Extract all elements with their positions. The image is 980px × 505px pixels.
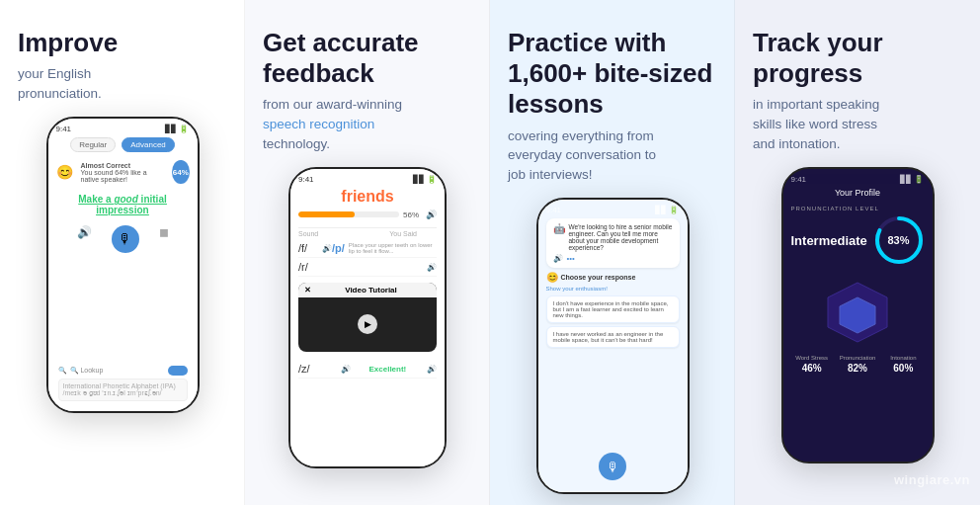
toggle-advanced[interactable]: Advanced: [122, 137, 175, 152]
panel-track: Track yourprogress in important speaking…: [735, 0, 980, 505]
progress-bar-bg: [298, 211, 399, 217]
phone1-time: 9:41: [56, 125, 72, 133]
toggle-regular[interactable]: Regular: [70, 137, 116, 152]
stat-pronunciation: Pronunciation 82%: [837, 355, 878, 374]
panel4-subtitle: in important speaking skills like word s…: [753, 95, 962, 153]
speaker-small: 🔊: [322, 244, 332, 253]
lookup-icon: 🔍: [58, 367, 67, 375]
panel-practice: Practice with1,600+ bite-sizedlessons co…: [490, 0, 735, 505]
close-icon[interactable]: ✕: [304, 286, 311, 295]
phoneme-row-1: /f/ 🔊 /p/ Place your upper teeth on lowe…: [298, 239, 437, 258]
phone2-time: 9:41: [298, 175, 314, 184]
chat-dots: •••: [567, 254, 575, 263]
panel2-title: Get accurate feedback: [263, 28, 472, 89]
response-option2[interactable]: I have never worked as an engineer in th…: [546, 326, 680, 348]
level-label: PRONUNCIATION LEVEL: [791, 206, 925, 211]
panel-improve: Improve your English pronunciation. 9:41…: [0, 0, 245, 505]
score-text: Almost Correct: [81, 162, 165, 169]
panel3-subtitle: covering everything from everyday conver…: [508, 126, 717, 185]
col-sound: Sound: [298, 230, 318, 237]
icon-right: ◼: [159, 225, 169, 253]
hexagon-chart: [818, 278, 897, 347]
panel3-title: Practice with1,600+ bite-sizedlessons: [508, 28, 717, 121]
response-option1[interactable]: I don't have experience in the mobile sp…: [546, 295, 680, 323]
phoneme-row-2: /r/ 🔊: [298, 258, 437, 277]
speaker-small-4: 🔊: [427, 365, 437, 374]
speaker-small-2: 🔊: [427, 263, 437, 272]
panel2-subtitle: from our award-winning speech recognitio…: [263, 95, 472, 153]
phone1-mock: 9:41 ▊▊ 🔋 Regular Advanced 😊 Almost Corr…: [46, 117, 200, 413]
impression-text: Make a good initialimpression: [78, 194, 166, 215]
stat-intonation: Intonation 60%: [882, 355, 924, 374]
mic-button[interactable]: 🎙: [112, 225, 139, 253]
play-button[interactable]: ▶: [358, 314, 377, 334]
panel-feedback: Get accurate feedback from our award-win…: [245, 0, 490, 505]
stat-word-stress: Word Stress 46%: [791, 355, 833, 374]
phone4-time: 9:41: [791, 175, 807, 184]
icon-left: 🔊: [77, 225, 92, 253]
phone3-mock: 9:41 ▊▊ 🔋 🤖 We're looking to hire a seni…: [536, 198, 690, 494]
panel1-subtitle-line1: your English: [18, 66, 91, 81]
phone2-mock: 9:41 ▊▊ 🔋 friends 56% 🔊 Sound You Said: [288, 167, 447, 468]
phone1-icons: ▊▊ 🔋: [165, 125, 189, 133]
profile-title: Your Profile: [791, 188, 925, 198]
panel4-title: Track yourprogress: [753, 28, 962, 89]
level-text: Intermediate: [791, 233, 867, 248]
chat-audio-icon: 🔊: [553, 254, 563, 263]
ipa-label: International Phonetic Alphabet (IPA): [63, 382, 183, 389]
response-sub: Show your enthusiasm!: [546, 286, 680, 292]
score-emoji: 😊: [56, 164, 73, 180]
col-you-said: You Said: [389, 230, 417, 237]
circle-pct: 83%: [887, 234, 909, 246]
toggle-icon: [168, 366, 188, 376]
progress-label: 56%: [403, 210, 419, 219]
circle-progress: 83%: [873, 214, 925, 266]
phoneme-table: Sound You Said /f/ 🔊 /p/ Place your uppe…: [298, 227, 437, 277]
ipa-value: /meɪk ə ɡʊd ˈɪn.ɪ.ʃəl ɪmˈprɛʃ.ən/: [63, 389, 183, 397]
phone4-mock: 9:41 ▊▊ 🔋 Your Profile PRONUNCIATION LEV…: [781, 167, 935, 463]
mic-btn-p3[interactable]: 🎙: [599, 453, 626, 480]
friends-word: friends: [298, 188, 437, 206]
panel1-title: Improve: [18, 28, 227, 58]
phone4-icons: ▊▊ 🔋: [900, 175, 924, 184]
video-title: Video Tutorial: [345, 286, 397, 295]
watermark: wingiare.vn: [894, 472, 970, 487]
panel1-subtitle: your English pronunciation.: [18, 64, 227, 103]
score-desc: You sound 64% like a native speaker!: [81, 169, 165, 183]
chat-bubble: 🤖 We're looking to hire a senior mobile …: [546, 218, 680, 268]
panel1-subtitle-line2: pronunciation.: [18, 86, 102, 101]
video-tutorial[interactable]: ✕ Video Tutorial ▶: [298, 283, 437, 352]
progress-bar-fill: [298, 211, 355, 217]
phone2-icons: ▊▊ 🔋: [413, 175, 437, 184]
response-label: 😊 Choose your response: [546, 272, 680, 283]
stats-grid: Word Stress 46% Pronunciation 82% Intona…: [791, 355, 925, 374]
score-badge: 64%: [172, 160, 189, 184]
phoneme-row-excellent: /z/ 🔊 Excellent! 🔊: [298, 360, 437, 379]
speaker-icon: 🔊: [426, 210, 437, 219]
excellent-badge: Excellent!: [368, 365, 406, 374]
speaker-small-3: 🔊: [341, 365, 351, 374]
lookup-label: 🔍 Lookup: [70, 367, 104, 375]
